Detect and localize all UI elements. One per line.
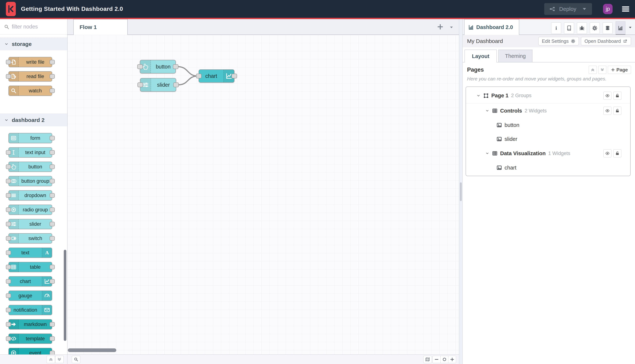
sidebar-toolbar-barchart-button[interactable] (615, 21, 625, 35)
add-page-button[interactable]: Page (608, 66, 631, 74)
palette-node-button[interactable]: button (9, 162, 52, 172)
palette-node-markdown[interactable]: markdown (9, 319, 52, 330)
flow-node-button[interactable]: button (140, 60, 176, 74)
sidebar-toolbar-book-button[interactable] (564, 22, 574, 34)
input-port[interactable] (6, 60, 11, 64)
output-port[interactable] (173, 82, 179, 87)
output-port[interactable] (173, 64, 178, 69)
palette-node-switch[interactable]: switch (9, 233, 52, 244)
input-port[interactable] (6, 150, 11, 155)
input-port[interactable] (6, 322, 11, 327)
palette-node-notification[interactable]: notification (9, 305, 52, 315)
zoom-reset-button[interactable] (440, 356, 448, 363)
input-port[interactable] (6, 336, 11, 341)
collapse-all-pages-button[interactable] (589, 66, 597, 74)
toggle-lock-button[interactable] (613, 149, 621, 158)
expand-all-categories-button[interactable] (55, 356, 64, 363)
input-port[interactable] (196, 74, 202, 78)
edit-settings-button[interactable]: Edit Settings (538, 37, 579, 45)
output-port[interactable] (50, 351, 55, 355)
palette-node-radio-group[interactable]: radio group (9, 204, 52, 215)
filter-nodes-input[interactable] (12, 24, 60, 30)
palette-node-text-input[interactable]: text input (9, 147, 52, 158)
deploy-caret-icon[interactable] (581, 5, 587, 13)
collapse-all-categories-button[interactable] (47, 356, 55, 363)
tree-row-chart[interactable]: chart (466, 161, 630, 175)
palette-node-table[interactable]: table (9, 262, 52, 272)
output-port[interactable] (232, 74, 237, 78)
input-port[interactable] (6, 164, 11, 169)
output-port[interactable] (50, 88, 55, 93)
tree-row-Page-1[interactable]: Page 12 Groups (466, 88, 630, 104)
open-dashboard-button[interactable]: Open Dashboard (581, 37, 631, 45)
sidebar-tabs-caret-icon[interactable] (628, 25, 632, 30)
sidebar-toolbar-info-button[interactable]: i (551, 22, 561, 34)
wire[interactable] (178, 67, 198, 76)
palette-scrollbar-thumb[interactable] (64, 250, 66, 341)
flow-node-slider[interactable]: slider (140, 78, 176, 92)
tree-row-slider[interactable]: slider (466, 132, 630, 146)
add-flow-button[interactable] (437, 24, 443, 30)
user-avatar[interactable]: jp (603, 4, 612, 14)
toggle-lock-button[interactable] (613, 107, 621, 115)
sidebar-toolbar-bug-button[interactable] (577, 22, 587, 34)
input-port[interactable] (6, 74, 11, 79)
wire[interactable] (178, 76, 198, 85)
palette-category-header-storage[interactable]: storage (0, 38, 67, 50)
output-port[interactable] (50, 236, 55, 241)
canvas-hscrollbar-thumb[interactable] (68, 348, 116, 352)
tab-flow-1[interactable]: Flow 1 (73, 19, 128, 35)
flow-canvas[interactable]: buttonsliderchart (68, 35, 459, 354)
palette-node-watch[interactable]: watch (9, 86, 52, 96)
output-port[interactable] (50, 208, 55, 212)
sidebar-toolbar-gear-button[interactable] (590, 22, 600, 34)
tab-layout[interactable]: Layout (464, 50, 497, 62)
palette-node-read-file[interactable]: read file (9, 71, 52, 82)
palette-node-dropdown[interactable]: dropdown (9, 190, 52, 200)
toggle-lock-button[interactable] (613, 92, 621, 100)
flow-node-chart[interactable]: chart (199, 70, 234, 83)
output-port[interactable] (50, 336, 55, 341)
output-port[interactable] (50, 193, 55, 198)
tab-theming[interactable]: Theming (498, 50, 532, 62)
output-port[interactable] (50, 222, 55, 226)
palette-node-form[interactable]: form (9, 133, 52, 143)
output-port[interactable] (50, 322, 55, 327)
tab-dashboard-2[interactable]: Dashboard 2.0 (464, 19, 519, 35)
input-port[interactable] (138, 82, 143, 87)
chevron-down-icon[interactable] (485, 109, 489, 112)
output-port[interactable] (50, 150, 55, 155)
palette-node-event[interactable]: event (9, 348, 52, 354)
output-port[interactable] (50, 60, 55, 64)
palette-node-button-group[interactable]: button group (9, 176, 52, 186)
palette-node-slider[interactable]: slider (9, 219, 52, 229)
zoom-out-button[interactable] (433, 356, 440, 363)
chevron-down-icon[interactable] (485, 152, 489, 155)
palette-node-text[interactable]: textA (9, 248, 52, 258)
toggle-visibility-button[interactable] (603, 107, 611, 115)
toggle-visibility-button[interactable] (603, 149, 611, 158)
flow-list-caret-icon[interactable] (449, 25, 454, 30)
input-port[interactable] (6, 179, 11, 184)
input-port[interactable] (6, 222, 11, 226)
palette-node-gauge[interactable]: gauge (9, 290, 52, 301)
input-port[interactable] (6, 265, 11, 270)
palette-node-chart[interactable]: chart (9, 276, 52, 286)
canvas-vscrollbar-thumb[interactable] (460, 182, 462, 201)
output-port[interactable] (50, 136, 55, 140)
input-port[interactable] (6, 294, 11, 298)
hamburger-menu-icon[interactable] (621, 5, 630, 13)
canvas-search-button[interactable] (72, 356, 80, 363)
sidebar-toolbar-layers-button[interactable] (603, 22, 612, 34)
tree-row-Controls[interactable]: Controls2 Widgets (466, 104, 630, 118)
input-port[interactable] (6, 208, 11, 212)
output-port[interactable] (50, 74, 55, 79)
input-port[interactable] (6, 250, 11, 255)
toggle-visibility-button[interactable] (603, 92, 611, 100)
palette-node-template[interactable]: template (9, 334, 52, 344)
tree-row-button[interactable]: button (466, 118, 630, 132)
expand-all-pages-button[interactable] (598, 66, 606, 74)
input-port[interactable] (6, 193, 11, 198)
navigator-map-button[interactable] (423, 356, 432, 363)
output-port[interactable] (50, 279, 55, 284)
